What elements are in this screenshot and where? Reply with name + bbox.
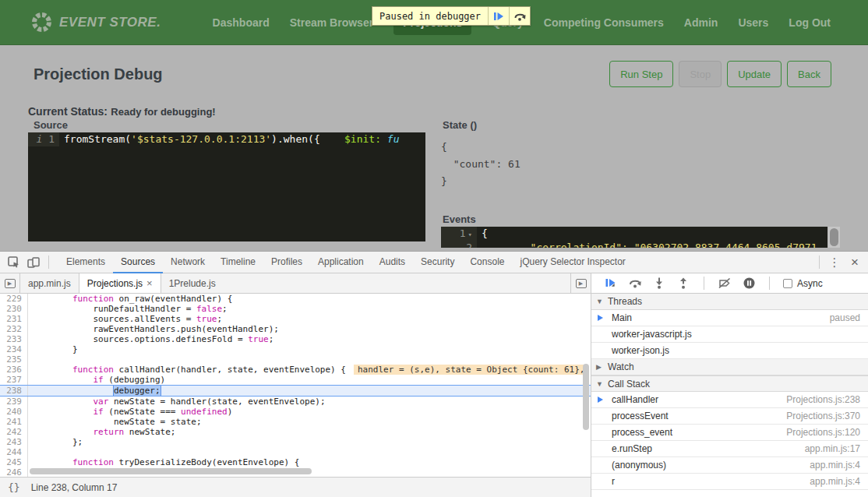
code-line-232[interactable]: 232 rawEventHandlers.push(eventHandler); [0,324,591,334]
back-button[interactable]: Back [787,61,831,87]
stack-frame-r[interactable]: rapp.min.js:4 [591,474,868,490]
code-line-229[interactable]: 229 function on_raw(eventHandler) { [0,294,591,304]
code-text: function on_raw(eventHandler) { [28,294,591,304]
code-line-242[interactable]: 242 return newState; [0,427,591,437]
code-line-233[interactable]: 233 sources.options.definesFold = true; [0,334,591,344]
thread-row-main[interactable]: Mainpaused [591,310,868,326]
inspect-element-button[interactable] [3,253,23,272]
line-number[interactable]: 243 [0,437,28,447]
line-number[interactable]: 230 [0,304,28,314]
events-scrollbar[interactable] [828,227,840,248]
debugger-controls: Async [591,273,868,294]
nav-item-log-out[interactable]: Log Out [789,10,831,35]
line-number[interactable]: 245 [0,457,28,467]
code-line-235[interactable]: 235 [0,354,591,365]
pretty-print-button[interactable]: {} [8,481,20,493]
event-store-logo[interactable]: EVENT STORE. [31,12,161,33]
code-line-234[interactable]: 234 } [0,344,591,354]
thread-row-worker-javascript-js[interactable]: worker-javascript.js [591,326,868,343]
line-number[interactable]: 236 [0,365,28,375]
stack-frame-processevent[interactable]: processEventProjections.js:370 [591,408,868,425]
stack-frame-anonymous[interactable]: (anonymous)app.min.js:4 [591,457,868,474]
line-number[interactable]: 244 [0,447,28,457]
line-number[interactable]: 233 [0,334,28,344]
pause-on-exceptions-button[interactable] [740,276,757,291]
nav-item-dashboard[interactable]: Dashboard [213,10,270,35]
watch-section-header[interactable]: ▶ Watch [591,359,868,375]
banner-step-over-button[interactable] [509,7,530,25]
line-number[interactable]: 240 [0,407,28,417]
events-editor[interactable]: 1▾ { 2 "correlationId": "06302702-8837-4… [441,227,827,248]
code-horizontal-scrollbar[interactable] [30,468,312,474]
tab-profiles[interactable]: Profiles [263,252,310,273]
run-step-button[interactable]: Run Step [609,61,673,87]
nav-item-competing-consumers[interactable]: Competing Consumers [544,10,664,35]
tab-application[interactable]: Application [310,252,372,273]
callstack-section-header[interactable]: ▼ Call Stack [591,375,868,392]
resume-script-button[interactable] [602,276,619,291]
debugger-pane-toggle-button[interactable]: ▶ [570,273,591,293]
code-line-230[interactable]: 230 runDefaultHandler = false; [0,304,591,314]
line-number[interactable]: 246 [0,467,28,477]
file-tab-projections-js[interactable]: Projections.js× [79,273,161,293]
code-line-243[interactable]: 243 }; [0,437,591,447]
code-line-237[interactable]: 237 if (debugging) [0,375,591,385]
code-line-238[interactable]: 238 debugger; [0,385,591,397]
stack-frame-callhandler[interactable]: callHandlerProjections.js:238 [591,392,868,408]
code-line-245[interactable]: 245 function tryDeserializeBody(eventEnv… [0,457,591,467]
code-line-231[interactable]: 231 sources.allEvents = true; [0,314,591,324]
banner-resume-button[interactable] [488,7,509,25]
tab-security[interactable]: Security [413,252,462,273]
stack-frame-process-event[interactable]: process_eventProjections.js:120 [591,425,868,441]
code-line-236[interactable]: 236 function callHandler(handler, state,… [0,365,591,375]
controls-divider [704,277,704,290]
line-number[interactable]: 234 [0,344,28,354]
nav-item-stream-browser[interactable]: Stream Browser [290,10,373,35]
step-into-button[interactable] [651,276,668,291]
update-button[interactable]: Update [727,61,782,87]
line-number[interactable]: 231 [0,314,28,324]
fold-arrow-icon[interactable]: ▾ [468,231,472,238]
line-number[interactable]: 235 [0,354,28,365]
thread-row-worker-json-js[interactable]: worker-json.js [591,343,868,359]
code-line-244[interactable]: 244 [0,447,591,457]
code-vertical-scrollbar[interactable] [583,364,589,430]
tab-timeline[interactable]: Timeline [213,252,263,273]
close-file-icon[interactable]: × [146,277,153,289]
stack-frame-e-runstep[interactable]: e.runStepapp.min.js:17 [591,441,868,457]
line-number[interactable]: 232 [0,324,28,334]
stack-frame[interactable] [591,490,868,497]
deactivate-breakpoints-button[interactable] [716,276,733,291]
navigator-toggle-button[interactable]: ▶ [0,273,20,293]
tab-jquery-selector-inspector[interactable]: jQuery Selector Inspector [512,252,633,273]
line-number[interactable]: 241 [0,417,28,427]
device-toolbar-button[interactable] [23,253,44,272]
threads-section-header[interactable]: ▼ Threads [591,294,868,310]
code-line-240[interactable]: 240 if (newState === undefined) [0,407,591,417]
tab-elements[interactable]: Elements [58,252,113,273]
line-number[interactable]: 229 [0,294,28,304]
file-tab-app-min-js[interactable]: app.min.js [20,273,79,293]
events-scrollbar-thumb[interactable] [830,228,838,246]
step-out-button[interactable] [675,276,692,291]
line-number[interactable]: 238 [0,386,28,396]
line-number[interactable]: 242 [0,427,28,437]
tab-console[interactable]: Console [462,252,512,273]
source-code-editor[interactable]: i 1 fromStream('$stats-127.0.0.1:2113').… [28,132,425,241]
file-tab-1prelude-js[interactable]: 1Prelude.js [161,273,224,293]
code-editor[interactable]: 229 function on_raw(eventHandler) {230 r… [0,294,591,477]
step-over-button[interactable] [626,276,644,291]
nav-item-admin[interactable]: Admin [684,10,718,35]
async-checkbox[interactable] [783,279,792,288]
nav-item-users[interactable]: Users [738,10,768,35]
code-line-241[interactable]: 241 newState = state; [0,417,591,427]
devtools-close-icon[interactable]: × [845,253,865,272]
tab-network[interactable]: Network [163,252,213,273]
devtools-menu-icon[interactable]: ⋮ [824,253,845,272]
tab-audits[interactable]: Audits [372,252,413,273]
tab-sources[interactable]: Sources [113,252,163,273]
code-line-239[interactable]: 239 var newState = handler(state, eventE… [0,397,591,407]
async-toggle[interactable]: Async [783,278,823,289]
line-number[interactable]: 239 [0,397,28,407]
line-number[interactable]: 237 [0,375,28,385]
